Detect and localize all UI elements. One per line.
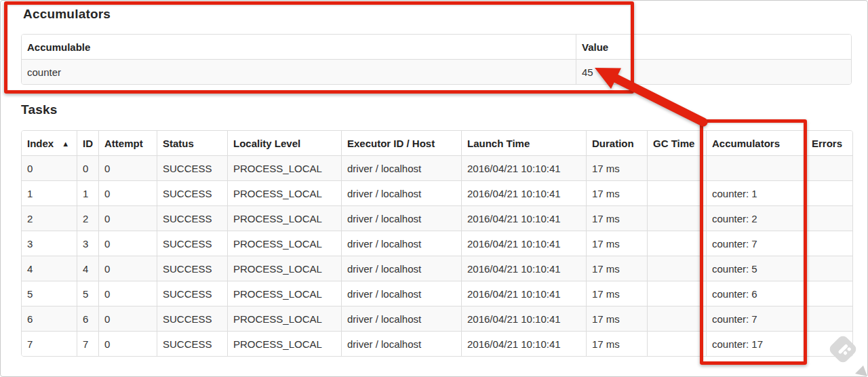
task-row-cell: 0	[22, 156, 77, 181]
task-row-cell: PROCESS_LOCAL	[228, 306, 342, 332]
column-header-launch-time[interactable]: Launch Time	[462, 131, 587, 156]
task-row-cell: 0	[99, 181, 157, 206]
task-row: 220SUCCESSPROCESS_LOCALdriver / localhos…	[22, 206, 852, 231]
task-row-cell: 2	[22, 206, 77, 231]
column-header-executor-id-host[interactable]: Executor ID / Host	[342, 131, 462, 156]
task-row-cell: 0	[99, 156, 157, 181]
task-row-cell	[707, 156, 806, 181]
task-row-cell	[806, 181, 852, 206]
column-header-value: Value	[576, 35, 851, 60]
task-row-cell: counter: 1	[707, 181, 806, 206]
task-row-cell: 0	[77, 156, 99, 181]
task-row-cell: PROCESS_LOCAL	[228, 256, 342, 281]
task-row-cell: driver / localhost	[342, 181, 462, 206]
task-row-cell	[648, 181, 707, 206]
column-header-locality-level[interactable]: Locality Level	[228, 131, 342, 156]
task-row-cell: counter: 7	[707, 306, 806, 332]
task-row-cell: counter: 17	[707, 332, 806, 356]
task-row-cell: 0	[99, 306, 157, 332]
task-row: 330SUCCESSPROCESS_LOCALdriver / localhos…	[22, 231, 852, 256]
task-row-cell: 1	[22, 181, 77, 206]
accumulators-section-title: Accumulators	[23, 7, 111, 22]
spark-stage-page: Accumulators Accumulable Value counter45…	[0, 0, 868, 377]
task-row-cell	[806, 231, 852, 256]
task-row: 440SUCCESSPROCESS_LOCALdriver / localhos…	[22, 256, 852, 281]
task-row-cell: SUCCESS	[157, 256, 228, 281]
task-row-cell: 2016/04/21 10:10:41	[462, 281, 587, 306]
accumulator-row-cell: 45	[576, 60, 851, 84]
task-row-cell: 2	[77, 206, 99, 231]
column-header-index[interactable]: Index▲	[22, 131, 77, 156]
task-row-cell: 17 ms	[587, 181, 648, 206]
task-row-cell: 0	[99, 256, 157, 281]
column-header-index-label: Index	[27, 138, 54, 149]
task-row-cell: 4	[77, 256, 99, 281]
task-row-cell: PROCESS_LOCAL	[228, 206, 342, 231]
task-row-cell: driver / localhost	[342, 156, 462, 181]
column-header-errors[interactable]: Errors	[806, 131, 852, 156]
task-row-cell: 7	[22, 332, 77, 356]
task-row-cell: 2016/04/21 10:10:41	[462, 332, 587, 356]
task-row: 770SUCCESSPROCESS_LOCALdriver / localhos…	[22, 332, 852, 356]
task-row-cell	[806, 306, 852, 332]
task-row-cell: counter: 2	[707, 206, 806, 231]
task-row-cell: 5	[22, 281, 77, 306]
task-row-cell: counter: 7	[707, 231, 806, 256]
task-row-cell: 17 ms	[587, 256, 648, 281]
task-row-cell	[648, 206, 707, 231]
column-header-attempt[interactable]: Attempt	[99, 131, 157, 156]
task-row-cell: driver / localhost	[342, 231, 462, 256]
task-row-cell	[806, 156, 852, 181]
task-row-cell: 17 ms	[587, 231, 648, 256]
task-row-cell: driver / localhost	[342, 306, 462, 332]
task-row-cell: counter: 6	[707, 281, 806, 306]
task-row-cell	[648, 156, 707, 181]
task-row-cell: 0	[99, 332, 157, 356]
task-row: 660SUCCESSPROCESS_LOCALdriver / localhos…	[22, 306, 852, 332]
task-row: 110SUCCESSPROCESS_LOCALdriver / localhos…	[22, 181, 852, 206]
task-row-cell: 2016/04/21 10:10:41	[462, 156, 587, 181]
task-row-cell: counter: 5	[707, 256, 806, 281]
task-row-cell	[806, 206, 852, 231]
task-row-cell: PROCESS_LOCAL	[228, 156, 342, 181]
task-row-cell	[648, 306, 707, 332]
task-row-cell: SUCCESS	[157, 306, 228, 332]
column-header-id[interactable]: ID	[77, 131, 99, 156]
column-header-duration[interactable]: Duration	[587, 131, 648, 156]
accumulator-row: counter45	[22, 60, 851, 84]
task-row-cell: 2016/04/21 10:10:41	[462, 231, 587, 256]
task-row-cell: SUCCESS	[157, 181, 228, 206]
column-header-accumulators[interactable]: Accumulators	[707, 131, 806, 156]
task-row-cell	[648, 231, 707, 256]
task-row-cell: driver / localhost	[342, 281, 462, 306]
column-header-accumulable: Accumulable	[22, 35, 576, 60]
tasks-header-row: Index▲ ID Attempt Status Locality Level …	[22, 131, 852, 156]
task-row-cell: SUCCESS	[157, 206, 228, 231]
task-row-cell: 6	[22, 306, 77, 332]
task-row-cell: 3	[22, 231, 77, 256]
task-row-cell: 0	[99, 281, 157, 306]
task-row-cell	[806, 332, 852, 356]
task-row-cell: 17 ms	[587, 156, 648, 181]
task-row-cell: PROCESS_LOCAL	[228, 231, 342, 256]
task-row-cell: SUCCESS	[157, 332, 228, 356]
task-row-cell: driver / localhost	[342, 206, 462, 231]
accumulators-table: Accumulable Value counter45	[21, 34, 852, 85]
task-row-cell: SUCCESS	[157, 281, 228, 306]
task-row-cell: 17 ms	[587, 332, 648, 356]
task-row-cell: PROCESS_LOCAL	[228, 281, 342, 306]
task-row-cell: 17 ms	[587, 281, 648, 306]
column-header-status[interactable]: Status	[157, 131, 228, 156]
task-row-cell: 2016/04/21 10:10:41	[462, 256, 587, 281]
task-row-cell	[648, 332, 707, 356]
task-row-cell: driver / localhost	[342, 332, 462, 356]
column-header-gc-time[interactable]: GC Time	[648, 131, 707, 156]
task-row-cell: PROCESS_LOCAL	[228, 332, 342, 356]
task-row: 000SUCCESSPROCESS_LOCALdriver / localhos…	[22, 156, 852, 181]
tasks-table: Index▲ ID Attempt Status Locality Level …	[21, 130, 853, 357]
task-row-cell: 7	[77, 332, 99, 356]
task-row-cell: 6	[77, 306, 99, 332]
task-row-cell	[806, 256, 852, 281]
task-row-cell: 1	[77, 181, 99, 206]
task-row-cell: SUCCESS	[157, 156, 228, 181]
